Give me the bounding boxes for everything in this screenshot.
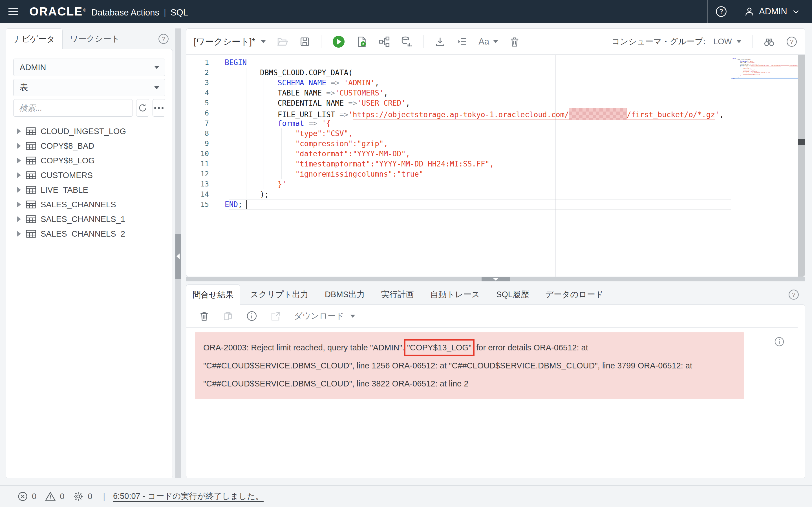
clear-editor-button[interactable] [509, 36, 520, 47]
error-count[interactable]: 0 [17, 491, 36, 502]
product-title: Database Actions [91, 8, 159, 18]
results-tab[interactable]: DBMS出力 [319, 284, 371, 305]
code-line[interactable]: 1BEGIN [186, 57, 724, 68]
code-line[interactable]: 7 format => '{ [186, 118, 724, 128]
code-line[interactable]: 6 FILE_URI_LIST =>'https://objectstorage… [186, 108, 724, 118]
scrollbar-thumb[interactable] [798, 139, 805, 145]
expand-arrow-icon[interactable] [17, 158, 21, 163]
tab-navigator[interactable]: ナビゲータ [6, 29, 63, 49]
expand-arrow-icon[interactable] [17, 128, 21, 134]
worksheet-title-menu[interactable]: [ワークシート]* [194, 36, 266, 48]
results-help-icon[interactable]: ? [788, 289, 800, 300]
splitter-handle[interactable] [175, 234, 181, 279]
results-tab[interactable]: スクリプト出力 [244, 284, 315, 305]
refresh-icon [138, 103, 148, 113]
expand-arrow-icon[interactable] [17, 187, 21, 193]
horizontal-splitter[interactable] [186, 277, 805, 281]
table-icon [26, 127, 36, 135]
table-item[interactable]: CLOUD_INGEST_LOG [13, 124, 165, 138]
code-line[interactable]: 4 TABLE_NAME =>'CUSTOMERS', [186, 88, 724, 98]
code-line[interactable]: 14 ); [186, 189, 724, 200]
save-button[interactable] [299, 36, 310, 47]
sidebar-help-icon[interactable]: ? [158, 33, 169, 45]
tab-worksheet[interactable]: ワークシート [63, 29, 127, 49]
copy-results-button[interactable] [222, 311, 233, 321]
table-item[interactable]: SALES_CHANNELS_2 [13, 226, 165, 241]
worksheet-help-icon[interactable]: ? [786, 36, 798, 48]
font-size-button[interactable]: Aa [478, 37, 498, 47]
code-line[interactable]: 15END; [731, 78, 798, 79]
find-button[interactable] [763, 36, 775, 48]
table-item[interactable]: COPY$8_BAD [13, 138, 165, 153]
sidebar-tabs: ナビゲータ ワークシート ? [6, 29, 173, 49]
search-input[interactable] [13, 99, 133, 117]
status-message-link[interactable]: 6:50:07 - コードの実行が終了しました。 [113, 491, 264, 502]
download-label: ダウンロード [294, 311, 344, 322]
help-icon: ? [786, 36, 798, 48]
clear-results-button[interactable] [199, 311, 209, 321]
table-item[interactable]: SALES_CHANNELS [13, 197, 165, 212]
splitter-handle[interactable] [481, 277, 510, 281]
task-count[interactable]: 0 [73, 491, 92, 502]
line-number: 3 [186, 78, 213, 88]
code-line[interactable]: 11 "timestampformat":"YYYY-MM-DD HH24:MI… [186, 159, 724, 169]
code-line[interactable]: 15END; [186, 200, 724, 210]
refresh-button[interactable] [136, 99, 149, 117]
expand-arrow-icon[interactable] [17, 143, 21, 149]
code-line[interactable]: 12 "ignoremissingcolumns":"true" [186, 169, 724, 179]
expand-arrow-icon[interactable] [17, 202, 21, 207]
results-tab[interactable]: データのロード [539, 284, 610, 305]
table-item[interactable]: COPY$8_LOG [13, 153, 165, 168]
code-lines[interactable]: 1BEGIN2 DBMS_CLOUD.COPY_DATA(3 SCHEMA_NA… [731, 58, 798, 79]
object-type-select[interactable]: 表 [13, 79, 165, 96]
code-line[interactable]: 9 "compression":"gzip", [186, 138, 724, 149]
explain-plan-button[interactable] [378, 36, 390, 48]
format-button[interactable] [456, 36, 468, 47]
download-editor-button[interactable] [435, 36, 446, 47]
line-number: 2 [186, 68, 213, 78]
code-line[interactable]: 8 "type":"CSV", [186, 128, 724, 138]
explain-plan-icon [378, 36, 390, 48]
run-statement-button[interactable] [332, 35, 345, 48]
code-lines[interactable]: 1BEGIN2 DBMS_CLOUD.COPY_DATA(3 SCHEMA_NA… [186, 57, 724, 210]
editor-minimap[interactable]: 1BEGIN2 DBMS_CLOUD.COPY_DATA(3 SCHEMA_NA… [731, 57, 798, 97]
open-file-button[interactable] [276, 36, 289, 48]
vertical-splitter[interactable] [175, 29, 181, 478]
more-options-button[interactable] [153, 99, 165, 117]
results-tab[interactable]: 問合せ結果 [186, 284, 240, 305]
warning-count[interactable]: 0 [45, 491, 64, 502]
open-in-new-button[interactable] [270, 311, 281, 321]
expand-arrow-icon[interactable] [17, 231, 21, 237]
line-number: 12 [186, 169, 213, 179]
user-icon [744, 6, 755, 17]
expand-arrow-icon[interactable] [17, 172, 21, 178]
code-line[interactable]: 2 DBMS_CLOUD.COPY_DATA( [186, 68, 724, 78]
help-button[interactable]: ? [708, 0, 735, 23]
download-results-button[interactable]: ダウンロード [294, 311, 355, 322]
code-line[interactable]: 10 "dateformat":"YYYY-MM-DD", [186, 149, 724, 159]
user-menu[interactable]: ADMIN [735, 0, 812, 23]
warning-count-value: 0 [60, 492, 64, 501]
format-icon [456, 36, 468, 47]
code-line[interactable]: 5 CREDENTIAL_NAME =>'USER_CRED', [186, 98, 724, 108]
schema-select[interactable]: ADMIN [13, 59, 165, 76]
table-item[interactable]: LIVE_TABLE [13, 182, 165, 197]
results-tab[interactable]: 自動トレース [424, 284, 486, 305]
autotrace-button[interactable] [401, 36, 413, 48]
table-name: COPY$8_LOG [41, 156, 95, 165]
table-item[interactable]: SALES_CHANNELS_1 [13, 212, 165, 226]
hamburger-menu-icon[interactable] [8, 8, 18, 15]
run-script-button[interactable] [356, 36, 368, 48]
consumer-group-select[interactable]: LOW [713, 37, 742, 46]
warning-triangle-icon [45, 491, 56, 502]
sql-editor[interactable]: 1BEGIN2 DBMS_CLOUD.COPY_DATA(3 SCHEMA_NA… [186, 55, 805, 277]
results-tab[interactable]: SQL履歴 [490, 284, 535, 305]
code-line[interactable]: 3 SCHEMA_NAME => 'ADMIN', [186, 78, 724, 88]
code-line[interactable]: 13 }' [186, 179, 724, 189]
error-info-icon[interactable] [774, 336, 784, 347]
table-item[interactable]: CUSTOMERS [13, 168, 165, 182]
results-info-button[interactable] [246, 311, 257, 322]
results-tab[interactable]: 実行計画 [375, 284, 420, 305]
expand-arrow-icon[interactable] [17, 216, 21, 222]
editor-scrollbar[interactable] [798, 55, 805, 277]
